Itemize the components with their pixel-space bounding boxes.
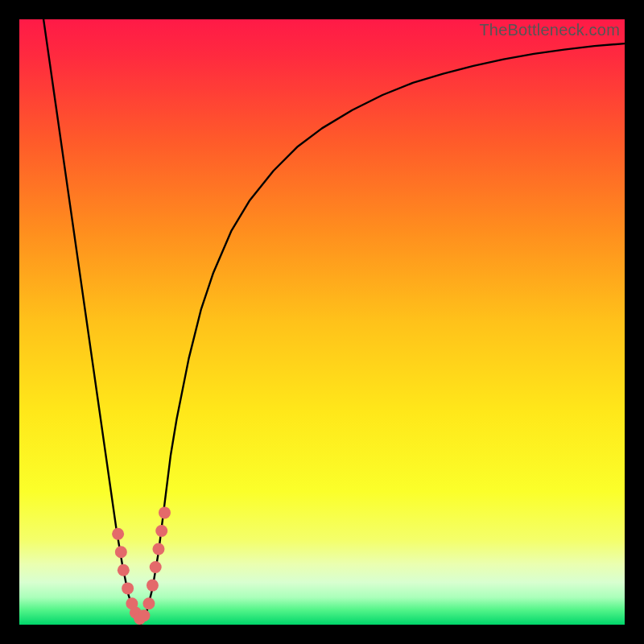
data-marker [138,609,150,621]
data-marker [155,525,167,537]
data-marker [142,597,155,609]
bottleneck-curve [43,19,625,625]
data-marker [147,580,159,592]
chart-frame: TheBottleneck.com [0,0,644,644]
plot-area: TheBottleneck.com [19,19,625,625]
curve-layer [19,19,625,625]
data-marker [115,546,127,558]
data-marker [122,582,134,594]
watermark-text: TheBottleneck.com [479,21,620,39]
data-marker [152,543,164,555]
data-marker [118,564,130,576]
data-marker [150,561,162,573]
data-marker [112,528,124,540]
data-marker [159,506,171,518]
